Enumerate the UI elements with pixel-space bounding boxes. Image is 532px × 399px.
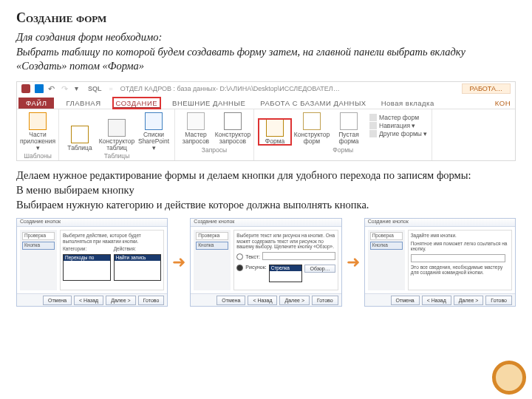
dialog-prompt: Задайте имя кнопки. <box>411 233 509 238</box>
dialog-title: Создание кнопок <box>191 219 341 227</box>
next-button[interactable]: Далее > <box>279 296 310 305</box>
actions-list[interactable]: Найти запись <box>114 254 162 281</box>
dialog-sidebar: Проверка Кнопка <box>194 230 231 290</box>
intro-text: Для создания форм необходимо: Выбрать та… <box>16 30 516 74</box>
btn-table[interactable]: Таблица <box>64 126 96 151</box>
save-icon[interactable] <box>35 84 44 93</box>
window-title: ОТДЕЛ КАДРОВ : база данных- D:\АЛИНА\Des… <box>120 85 340 92</box>
dialog-prompt: Выберите текст или рисунок на кнопке. Он… <box>236 233 335 249</box>
text-input[interactable] <box>262 252 335 260</box>
sidebar-item-button[interactable]: Кнопка <box>22 242 55 250</box>
btn-form-constructor[interactable]: Конструктор форм <box>296 112 328 145</box>
wizard-dialog-2: Создание кнопок Проверка Кнопка Выберите… <box>190 218 341 307</box>
next-button[interactable]: Далее > <box>106 296 136 305</box>
quick-access-toolbar: SQL = ОТДЕЛ КАДРОВ : база данных- D:\АЛИ… <box>17 82 515 95</box>
qat-separator: = <box>109 85 113 92</box>
tab-database-tools[interactable]: РАБОТА С БАЗАМИ ДАННЫХ <box>257 98 369 109</box>
finish-button[interactable]: Готово <box>312 296 338 305</box>
list-item[interactable] <box>64 267 110 273</box>
filter-icon[interactable] <box>75 84 83 93</box>
picture-list[interactable]: Стрелка вправо (черная) <box>269 265 303 282</box>
dialog-title: Создание кнопок <box>365 219 515 227</box>
tab-create[interactable]: СОЗДАНИЕ <box>113 98 161 109</box>
form-icon <box>266 119 284 137</box>
query-wizard-icon <box>187 112 205 130</box>
wizard-dialog-1: Создание кнопок Проверка Кнопка Выберите… <box>16 218 168 307</box>
browse-button[interactable]: Обзор… <box>304 265 335 273</box>
btn-query-constructor[interactable]: Конструктор запросов <box>216 112 249 145</box>
btn-navigation[interactable]: Навигация ▾ <box>369 122 427 129</box>
tab-external-data[interactable]: ВНЕШНИЕ ДАННЫЕ <box>169 98 248 109</box>
finish-button[interactable]: Готово <box>138 296 165 305</box>
group-queries: Мастер запросов Конструктор запросов Зап… <box>175 109 254 161</box>
back-button[interactable]: < Назад <box>422 296 451 305</box>
btn-form-wizard[interactable]: Мастер форм <box>369 114 427 121</box>
group-tables-label: Таблицы <box>64 152 170 160</box>
arrow-right-icon: ➜ <box>172 253 185 272</box>
list-item[interactable] <box>115 261 161 267</box>
ribbon-body: Части приложения ▾ Шаблоны Таблица Конст… <box>17 109 515 161</box>
redo-icon <box>61 84 70 93</box>
cancel-button[interactable]: Отмена <box>43 296 72 305</box>
categories-list[interactable]: Переходы по записям <box>63 254 111 281</box>
sidebar-item-label: Проверка <box>196 232 228 240</box>
list-item[interactable]: Переходы по записям <box>64 255 110 261</box>
sharepoint-icon <box>145 112 163 130</box>
dialog-title: Создание кнопок <box>17 219 167 227</box>
body-text: Делаем нужное редактирование формы и дел… <box>16 168 516 212</box>
btn-other-forms[interactable]: Другие формы ▾ <box>369 130 427 137</box>
back-button[interactable]: < Назад <box>74 296 103 305</box>
sidebar-item-label: Проверка <box>22 232 55 240</box>
group-forms: Форма Конструктор форм Пустая форма Маст… <box>254 109 432 161</box>
tab-constructor-context[interactable]: КОН <box>492 98 514 109</box>
form-constructor-icon <box>303 112 321 130</box>
finish-button[interactable]: Готово <box>485 296 512 305</box>
decorative-circle <box>492 361 526 395</box>
dialog-prompt: Выберите действие, которое будет выполня… <box>63 233 161 244</box>
access-app-icon <box>21 84 30 93</box>
btn-app-parts[interactable]: Части приложения ▾ <box>21 112 54 151</box>
group-forms-label: Формы <box>259 146 427 154</box>
sql-icon[interactable]: SQL <box>88 85 102 92</box>
list-item[interactable]: Стрелка вправо (черная) <box>270 265 302 271</box>
group-tables: Таблица Конструктор таблиц Списки ShareP… <box>59 109 175 161</box>
tab-home[interactable]: ГЛАВНАЯ <box>63 98 103 109</box>
btn-query-wizard[interactable]: Мастер запросов <box>180 112 212 145</box>
forms-stack: Мастер форм Навигация ▾ Другие формы ▾ <box>369 112 427 137</box>
btn-table-constructor[interactable]: Конструктор таблиц <box>100 119 133 151</box>
undo-icon[interactable] <box>48 84 57 93</box>
tab-new-tab[interactable]: Новая вкладка <box>378 98 437 109</box>
group-templates: Части приложения ▾ Шаблоны <box>17 109 59 161</box>
radio-text[interactable] <box>236 253 243 260</box>
next-button[interactable]: Далее > <box>454 296 484 305</box>
tab-file[interactable]: ФАЙЛ <box>18 98 54 109</box>
cancel-button[interactable]: Отмена <box>391 296 420 305</box>
btn-form[interactable]: Форма <box>259 119 291 145</box>
actions-label: Действия: <box>114 246 162 251</box>
categories-label: Категории: <box>63 246 111 251</box>
option-picture-label: Рисунок: <box>245 265 266 270</box>
blank-form-icon <box>340 112 358 130</box>
sidebar-item-label: Проверка <box>370 232 403 240</box>
name-input[interactable] <box>411 254 506 262</box>
page-title: Создание форм <box>16 10 516 26</box>
context-tab-work[interactable]: РАБОТА… <box>462 83 511 94</box>
cancel-button[interactable]: Отмена <box>216 296 245 305</box>
sidebar-item-button[interactable]: Кнопка <box>196 242 228 250</box>
ribbon-tabs: ФАЙЛ ГЛАВНАЯ СОЗДАНИЕ ВНЕШНИЕ ДАННЫЕ РАБ… <box>17 95 515 109</box>
option-text-label: Текст: <box>245 254 260 259</box>
dialog-info: Это все сведения, необходимые мастеру дл… <box>411 265 509 276</box>
btn-blank-form[interactable]: Пустая форма <box>332 112 365 145</box>
sidebar-item-button[interactable]: Кнопка <box>370 242 403 250</box>
dialog-sidebar: Проверка Кнопка <box>368 230 405 290</box>
radio-picture[interactable] <box>236 265 243 271</box>
wizard-dialog-3: Создание кнопок Проверка Кнопка Задайте … <box>364 218 516 307</box>
other-forms-icon <box>369 130 377 137</box>
form-wizard-icon <box>369 114 377 121</box>
list-item[interactable] <box>115 267 161 273</box>
back-button[interactable]: < Назад <box>248 296 277 305</box>
arrow-right-icon: ➜ <box>347 253 360 272</box>
list-item[interactable]: Найти запись <box>115 255 161 261</box>
group-templates-label: Шаблоны <box>21 152 54 160</box>
btn-sharepoint-lists[interactable]: Списки SharePoint ▾ <box>137 112 170 151</box>
